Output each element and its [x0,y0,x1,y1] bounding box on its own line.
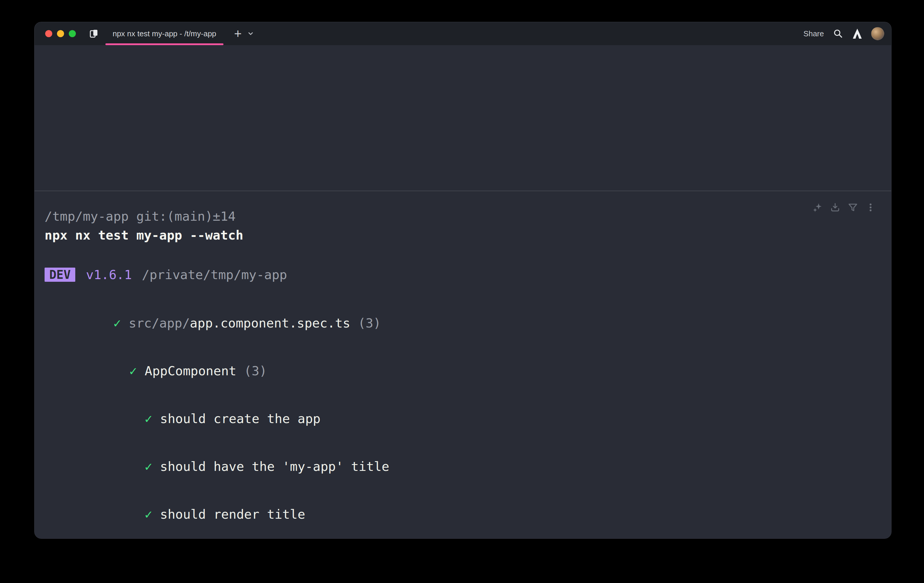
download-icon[interactable] [830,202,840,213]
test-file-count-value: (3) [358,316,381,331]
avatar[interactable] [871,27,884,40]
zoom-icon[interactable] [69,30,76,37]
test-case-row: ✓should render title [45,490,879,538]
check-icon: ✓ [145,507,152,522]
test-case-name: should have the 'my-app' title [160,459,389,474]
test-suite-name: AppComponent [145,364,236,378]
tab-active[interactable]: npx nx test my-app - /t/my-app [106,22,223,45]
kebab-menu-icon[interactable] [865,202,876,213]
test-case-row: ✓should have the 'my-app' title [45,443,879,490]
test-case-name: should render title [160,507,305,522]
minimize-icon[interactable] [57,30,64,37]
working-directory: /private/tmp/my-app [142,267,287,283]
sparkles-icon[interactable] [812,202,823,213]
command-text[interactable]: npx nx test my-app --watch [45,227,879,243]
check-icon: ✓ [145,411,152,426]
command-block: /tmp/my-app git:(main)±14 npx nx test my… [35,191,891,539]
vitest-dev-line: DEV v1.6.1 /private/tmp/my-app [45,267,879,283]
tab-title: npx nx test my-app - /t/my-app [112,29,216,38]
test-case-row: ✓should create the app [45,395,879,443]
test-file-path-prefix: src/app/ [129,316,190,331]
pages-icon[interactable] [88,28,99,39]
share-button[interactable]: Share [804,29,824,38]
terminal-window: npx nx test my-app - /t/my-app + Share [34,22,891,539]
tab-bar: npx nx test my-app - /t/my-app + Share [35,22,891,45]
check-icon: ✓ [129,364,137,378]
terminal-content: /tmp/my-app git:(main)±14 npx nx test my… [35,45,891,539]
test-file-name: app.component.spec.ts [190,316,350,331]
test-case-name: should create the app [160,411,320,426]
check-icon: ✓ [113,316,121,331]
new-tab-button[interactable]: + [234,27,242,40]
test-suite-count: (3) [244,364,267,378]
filter-icon[interactable] [848,202,858,213]
dev-badge: DEV [45,268,75,282]
scrollback-empty-area [35,45,891,191]
chevron-down-icon[interactable] [247,30,254,37]
window-controls [45,30,76,37]
shell-prompt: /tmp/my-app git:(main)±14 [45,208,879,224]
vitest-version: v1.6.1 [86,267,132,283]
block-toolbar [812,202,876,213]
test-file-row: ✓src/app/app.component.spec.ts (3) [45,299,879,347]
close-icon[interactable] [45,30,52,37]
test-file-count [350,316,358,331]
search-icon[interactable] [833,28,843,39]
test-suite-spacer [236,364,244,378]
warp-logo-icon[interactable] [852,28,862,39]
tabbar-right-actions: Share [804,27,884,40]
test-suite-row: ✓AppComponent (3) [45,347,879,395]
check-icon: ✓ [145,459,152,474]
